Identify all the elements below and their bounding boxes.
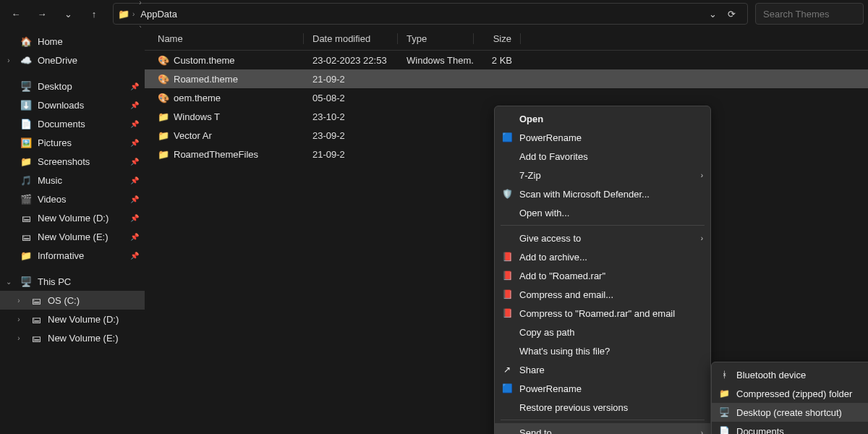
item-icon: 🖴 (30, 313, 42, 325)
col-date[interactable]: Date modified (304, 33, 398, 44)
item-icon: 🖴 (20, 212, 32, 224)
menu-item[interactable]: Send to› (495, 423, 710, 434)
search-input[interactable] (755, 3, 864, 25)
sidebar-item-label: New Volume (D:) (38, 213, 109, 224)
sidebar-item-label: Informative (38, 250, 84, 261)
sidebar-item-label: This PC (38, 276, 71, 287)
expand-icon[interactable]: › (14, 334, 23, 342)
menu-item[interactable]: 📕Compress to "Roamed.rar" and email (495, 304, 710, 323)
menu-item[interactable]: Add to Favorites (495, 147, 710, 166)
recent-button[interactable]: ⌄ (56, 2, 80, 25)
pin-icon: 📌 (130, 158, 139, 166)
menu-item-icon (501, 326, 514, 338)
menu-item-label: PowerRename (519, 132, 703, 143)
column-headers[interactable]: Name Date modified Type Size (145, 27, 868, 51)
menu-item-icon (501, 345, 514, 357)
expand-icon[interactable]: › (4, 56, 13, 64)
sidebar-item-label: OneDrive (38, 55, 77, 66)
sidebar-item[interactable]: 📁Informative📌 (0, 246, 145, 265)
item-icon: 🏠 (20, 35, 32, 47)
sidebar-item[interactable]: ›🖴OS (C:) (0, 291, 145, 310)
pin-icon: 📌 (130, 101, 139, 109)
menu-item[interactable]: 7-Zip› (495, 166, 710, 184)
expand-icon[interactable]: › (14, 297, 23, 305)
address-dropdown[interactable]: ⌄ (704, 5, 721, 22)
menu-item-icon: 🛡️ (501, 188, 514, 200)
file-date: 23-09-2 (304, 130, 398, 141)
item-icon: 🖥️ (20, 276, 32, 287)
sidebar-item[interactable]: ›☁️OneDrive (0, 51, 145, 69)
menu-item-label: Bluetooth device (736, 370, 868, 380)
expand-icon[interactable]: › (14, 315, 23, 323)
refresh-button[interactable]: ⟳ (723, 5, 740, 22)
sidebar-item-label: New Volume (E:) (48, 333, 119, 344)
menu-item[interactable]: 📕Compress and email... (495, 285, 710, 304)
menu-item[interactable]: Restore previous versions (495, 398, 710, 417)
sidebar-item[interactable]: ⬇️Downloads📌 (0, 95, 145, 114)
menu-item[interactable]: ↗Share (495, 360, 710, 379)
menu-item[interactable]: 📕Add to archive... (495, 247, 710, 266)
menu-item-label: What's using this file? (519, 346, 703, 357)
menu-item[interactable]: 🟦PowerRename (495, 379, 710, 398)
menu-item[interactable]: ᚼBluetooth device (712, 365, 868, 384)
menu-item-icon (501, 113, 514, 124)
sidebar-item[interactable]: 🖥️Desktop📌 (0, 77, 145, 95)
file-name: Custom.theme (174, 55, 235, 66)
expand-icon[interactable]: ⌄ (4, 278, 13, 286)
file-date: 21-09-2 (304, 74, 398, 85)
sidebar-item[interactable]: 📁Screenshots📌 (0, 152, 145, 171)
folder-icon: 📁 (118, 8, 129, 20)
file-name: oem.theme (174, 93, 221, 103)
col-size[interactable]: Size (474, 33, 521, 44)
sidebar-item[interactable]: ›🖴New Volume (E:) (0, 328, 145, 347)
menu-item[interactable]: What's using this file? (495, 341, 710, 360)
menu-item-icon: ᚼ (718, 369, 731, 380)
menu-item[interactable]: 📁Compressed (zipped) folder (712, 384, 868, 403)
menu-item-label: Compress and email... (519, 289, 703, 300)
sidebar-item-label: New Volume (D:) (48, 314, 119, 325)
breadcrumb[interactable]: 📁 › This PC›OS (C:)›Users›Asus›AppData›L… (113, 3, 748, 25)
menu-item[interactable]: Copy as path (495, 323, 710, 341)
sidebar-item[interactable]: 🎬Videos📌 (0, 190, 145, 208)
pin-icon: 📌 (130, 195, 139, 203)
sidebar-item[interactable]: 🖴New Volume (E:)📌 (0, 227, 145, 246)
menu-item[interactable]: 🖥️Desktop (create shortcut) (712, 403, 868, 422)
sidebar-item[interactable]: 📄Documents📌 (0, 114, 145, 133)
menu-item[interactable]: Open with... (495, 203, 710, 222)
sidebar-item-label: OS (C:) (48, 295, 80, 306)
sidebar-item[interactable]: 🖴New Volume (D:)📌 (0, 208, 145, 227)
file-icon: 📁 (158, 111, 169, 122)
file-row[interactable]: 🎨Custom.theme23-02-2023 22:53Windows The… (145, 51, 868, 69)
sidebar-item[interactable]: 🖼️Pictures📌 (0, 133, 145, 152)
file-type: Windows Them... (398, 55, 474, 66)
menu-item-icon: 📁 (718, 388, 731, 399)
menu-item[interactable]: 📄Documents (712, 422, 868, 434)
breadcrumb-item[interactable]: AppData (137, 7, 182, 21)
menu-item-label: Documents (736, 426, 868, 435)
col-type[interactable]: Type (398, 33, 474, 44)
item-icon: 🖥️ (20, 80, 32, 92)
pin-icon: 📌 (130, 214, 139, 222)
file-row[interactable]: 🎨Roamed.theme21-09-2 (145, 69, 868, 88)
file-date: 23-02-2023 22:53 (304, 55, 398, 66)
sidebar-item[interactable]: 🎵Music📌 (0, 171, 145, 190)
file-row[interactable]: 🎨oem.theme05-08-2 (145, 88, 868, 107)
menu-item[interactable]: 🟦PowerRename (495, 128, 710, 147)
menu-item[interactable]: 🛡️Scan with Microsoft Defender... (495, 184, 710, 203)
chevron-right-icon: › (701, 234, 703, 242)
menu-item[interactable]: Open (495, 109, 710, 128)
back-button[interactable]: ← (4, 2, 27, 25)
sidebar-item-label: New Volume (E:) (38, 231, 109, 242)
menu-item[interactable]: 📕Add to "Roamed.rar" (495, 266, 710, 285)
sidebar-item[interactable]: ›🖴New Volume (D:) (0, 310, 145, 328)
col-name[interactable]: Name (145, 33, 304, 44)
menu-item[interactable]: Give access to› (495, 229, 710, 247)
sidebar-item[interactable]: 🏠Home (0, 32, 145, 51)
toolbar: ← → ⌄ ↑ 📁 › This PC›OS (C:)›Users›Asus›A… (0, 0, 868, 27)
sidebar-item[interactable]: ⌄🖥️This PC (0, 272, 145, 291)
item-icon: 🖼️ (20, 137, 32, 148)
up-button[interactable]: ↑ (82, 2, 106, 25)
menu-item-label: Compress to "Roamed.rar" and email (519, 308, 703, 319)
forward-button[interactable]: → (30, 2, 54, 25)
item-icon: 📁 (20, 156, 32, 167)
